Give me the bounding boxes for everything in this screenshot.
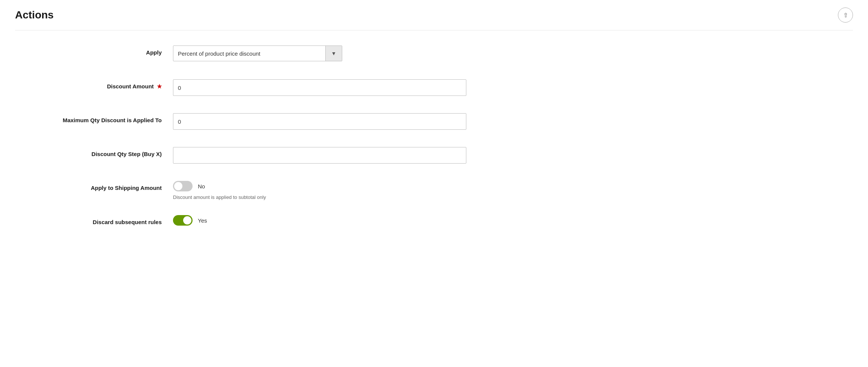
chevron-up-icon: ⇧ xyxy=(843,12,848,19)
discount-amount-control xyxy=(173,79,466,96)
apply-select[interactable]: Percent of product price discount Fixed … xyxy=(173,46,325,61)
section-header: Actions ⇧ xyxy=(15,8,853,30)
collapse-button[interactable]: ⇧ xyxy=(838,8,853,23)
discount-qty-step-input[interactable] xyxy=(173,147,466,164)
max-qty-row: Maximum Qty Discount is Applied To xyxy=(15,113,853,132)
max-qty-label: Maximum Qty Discount is Applied To xyxy=(15,113,173,123)
apply-shipping-help: Discount amount is applied to subtotal o… xyxy=(173,194,466,200)
discard-rules-row: Discard subsequent rules Yes xyxy=(15,215,853,234)
discount-qty-step-control xyxy=(173,147,466,164)
apply-shipping-control: No Discount amount is applied to subtota… xyxy=(173,181,466,200)
apply-shipping-label: Apply to Shipping Amount xyxy=(15,181,173,191)
page-container: Actions ⇧ Apply Percent of product price… xyxy=(0,0,868,367)
discard-rules-slider xyxy=(173,215,193,226)
apply-shipping-slider xyxy=(173,181,193,191)
discard-rules-control: Yes xyxy=(173,215,466,226)
discard-rules-toggle-row: Yes xyxy=(173,215,466,226)
discard-rules-toggle[interactable] xyxy=(173,215,193,226)
discount-qty-step-label: Discount Qty Step (Buy X) xyxy=(15,147,173,157)
form-body: Apply Percent of product price discount … xyxy=(15,42,853,253)
discount-amount-label: Discount Amount ★ xyxy=(15,79,173,90)
apply-row: Apply Percent of product price discount … xyxy=(15,45,853,64)
required-star: ★ xyxy=(157,83,162,89)
apply-shipping-row: Apply to Shipping Amount No Discount amo… xyxy=(15,181,853,200)
dropdown-arrow-icon: ▼ xyxy=(331,50,337,56)
discount-amount-input[interactable] xyxy=(173,79,466,96)
apply-shipping-toggle[interactable] xyxy=(173,181,193,191)
discard-rules-label: Discard subsequent rules xyxy=(15,215,173,225)
discard-rules-toggle-label: Yes xyxy=(198,217,207,224)
section-title: Actions xyxy=(15,9,54,21)
apply-select-wrapper[interactable]: Percent of product price discount Fixed … xyxy=(173,45,342,61)
apply-select-arrow[interactable]: ▼ xyxy=(325,46,342,61)
apply-shipping-toggle-row: No xyxy=(173,181,466,191)
apply-shipping-toggle-label: No xyxy=(198,183,205,190)
max-qty-control xyxy=(173,113,466,130)
apply-label: Apply xyxy=(15,45,173,56)
discount-amount-row: Discount Amount ★ xyxy=(15,79,853,98)
max-qty-input[interactable] xyxy=(173,113,466,130)
discount-qty-step-row: Discount Qty Step (Buy X) xyxy=(15,147,853,166)
apply-control-wrapper: Percent of product price discount Fixed … xyxy=(173,45,466,61)
